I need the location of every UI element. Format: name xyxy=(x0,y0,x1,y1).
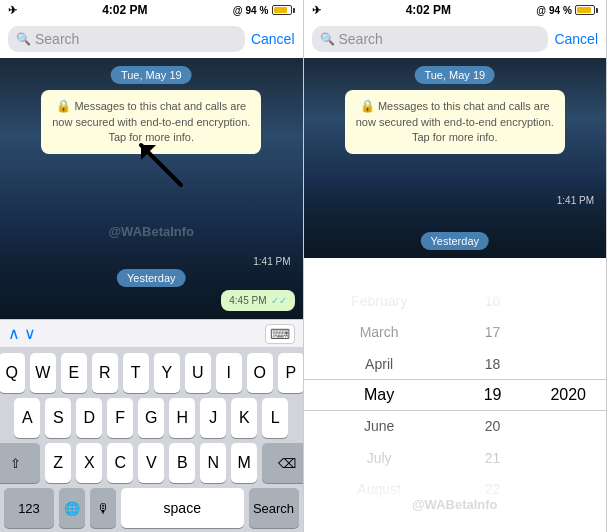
picker-selection-line xyxy=(304,379,607,411)
signal-icon-right: @ xyxy=(536,5,546,16)
picker-day-18[interactable]: 18 xyxy=(455,348,531,379)
status-time-left: 4:02 PM xyxy=(102,3,147,17)
watermark-right: @WABetaInfo xyxy=(412,497,498,512)
message-time: 1:41 PM xyxy=(253,256,290,267)
key-z[interactable]: Z xyxy=(45,443,71,483)
search-input-wrap-right[interactable]: 🔍 Search xyxy=(312,26,549,52)
status-left: ✈ xyxy=(8,4,17,17)
key-u[interactable]: U xyxy=(185,353,211,393)
key-f[interactable]: F xyxy=(107,398,133,438)
airplane-icon: ✈ xyxy=(8,4,17,17)
key-e[interactable]: E xyxy=(61,353,87,393)
key-y[interactable]: Y xyxy=(154,353,180,393)
search-key[interactable]: Search xyxy=(249,488,299,528)
chat-area-left: Tue, May 19 🔒 Messages to this chat and … xyxy=(0,58,303,319)
search-bar-right: 🔍 Search Cancel xyxy=(304,20,607,58)
yesterday-badge-right: Yesterday xyxy=(420,232,489,250)
picker-month-jun[interactable]: June xyxy=(304,411,455,442)
chat-bg-right xyxy=(304,58,607,258)
chevron-up-icon[interactable]: ∧ xyxy=(8,324,20,343)
picker-day-21[interactable]: 21 xyxy=(455,442,531,473)
key-a[interactable]: A xyxy=(14,398,40,438)
key-h[interactable]: H xyxy=(169,398,195,438)
watermark-chat: @WABetaInfo xyxy=(108,224,194,239)
keyboard-bottom-row: 123 🌐 🎙 space Search xyxy=(4,488,299,528)
date-picker-area: February March April May June July Augus… xyxy=(304,258,607,532)
date-picker[interactable]: February March April May June July Augus… xyxy=(304,285,607,505)
green-msg-time: 4:45 PM xyxy=(229,295,266,306)
status-right-right: @ 94% xyxy=(536,5,598,16)
yesterday-badge: Yesterday xyxy=(117,269,186,287)
key-t[interactable]: T xyxy=(123,353,149,393)
key-r[interactable]: R xyxy=(92,353,118,393)
search-icon-left: 🔍 xyxy=(16,32,31,46)
date-badge-left: Tue, May 19 xyxy=(111,66,192,84)
date-badge-right: Tue, May 19 xyxy=(414,66,495,84)
key-d[interactable]: D xyxy=(76,398,102,438)
shift-key[interactable]: ⇧ xyxy=(0,443,40,483)
key-s[interactable]: S xyxy=(45,398,71,438)
keyboard-row-1: Q W E R T Y U I O P xyxy=(4,353,299,393)
key-n[interactable]: N xyxy=(200,443,226,483)
key-k[interactable]: K xyxy=(231,398,257,438)
key-b[interactable]: B xyxy=(169,443,195,483)
battery-icon-left xyxy=(272,5,295,15)
status-bar-left: ✈ 4:02 PM @ 94% xyxy=(0,0,303,20)
battery-pct-right: 94 xyxy=(549,5,560,16)
picker-day-20[interactable]: 20 xyxy=(455,411,531,442)
key-g[interactable]: G xyxy=(138,398,164,438)
key-x[interactable]: X xyxy=(76,443,102,483)
picker-month-apr[interactable]: April xyxy=(304,348,455,379)
arrow-indicator xyxy=(131,135,191,199)
search-input-left[interactable]: Search xyxy=(35,31,79,47)
battery-pct-left: 94 xyxy=(245,5,256,16)
key-m[interactable]: M xyxy=(231,443,257,483)
read-receipt-icon: ✓✓ xyxy=(271,295,287,306)
lock-icon-right: 🔒 xyxy=(360,99,375,113)
chevron-down-icon[interactable]: ∨ xyxy=(24,324,36,343)
battery-icon-right xyxy=(575,5,598,15)
key-w[interactable]: W xyxy=(30,353,56,393)
key-i[interactable]: I xyxy=(216,353,242,393)
lock-icon: 🔒 xyxy=(56,99,71,113)
right-panel: ✈ 4:02 PM @ 94% 🔍 Search Cancel Tue, May… xyxy=(304,0,608,532)
picker-day-16[interactable]: 16 xyxy=(455,285,531,316)
nav-bar: ∧ ∨ ⌨ xyxy=(0,319,303,347)
status-time-right: 4:02 PM xyxy=(406,3,451,17)
picker-day-17[interactable]: 17 xyxy=(455,316,531,347)
globe-key[interactable]: 🌐 xyxy=(59,488,85,528)
picker-year-blank4 xyxy=(530,411,606,442)
status-right-left: @ 94% xyxy=(233,5,295,16)
keyboard-icon[interactable]: ⌨ xyxy=(265,324,295,344)
keyboard-row-3: ⇧ Z X C V B N M ⌫ xyxy=(4,443,299,483)
search-bar-left: 🔍 Search Cancel xyxy=(0,20,303,58)
key-j[interactable]: J xyxy=(200,398,226,438)
picker-month-jul[interactable]: July xyxy=(304,442,455,473)
key-c[interactable]: C xyxy=(107,443,133,483)
chat-area-right: Tue, May 19 🔒 Messages to this chat and … xyxy=(304,58,607,258)
cancel-button-right[interactable]: Cancel xyxy=(554,31,598,47)
mic-key[interactable]: 🎙 xyxy=(90,488,116,528)
signal-icon: @ xyxy=(233,5,243,16)
delete-key[interactable]: ⌫ xyxy=(262,443,303,483)
numbers-key[interactable]: 123 xyxy=(4,488,54,528)
space-key[interactable]: space xyxy=(121,488,244,528)
search-input-wrap-left[interactable]: 🔍 Search xyxy=(8,26,245,52)
search-input-right[interactable]: Search xyxy=(339,31,383,47)
encryption-message-right: 🔒 Messages to this chat and calls are no… xyxy=(345,90,565,154)
key-p[interactable]: P xyxy=(278,353,304,393)
message-time-right: 1:41 PM xyxy=(557,195,594,206)
picker-year-blank1 xyxy=(530,285,606,316)
picker-year-blank6 xyxy=(530,474,606,505)
picker-month-mar[interactable]: March xyxy=(304,316,455,347)
key-o[interactable]: O xyxy=(247,353,273,393)
key-q[interactable]: Q xyxy=(0,353,25,393)
keyboard-row-2: A S D F G H J K L xyxy=(4,398,299,438)
picker-month-feb[interactable]: February xyxy=(304,285,455,316)
key-l[interactable]: L xyxy=(262,398,288,438)
keyboard: Q W E R T Y U I O P A S D F G H J K L ⇧ … xyxy=(0,347,303,532)
picker-year-blank2 xyxy=(530,316,606,347)
status-left-right: ✈ xyxy=(312,4,321,17)
key-v[interactable]: V xyxy=(138,443,164,483)
cancel-button-left[interactable]: Cancel xyxy=(251,31,295,47)
